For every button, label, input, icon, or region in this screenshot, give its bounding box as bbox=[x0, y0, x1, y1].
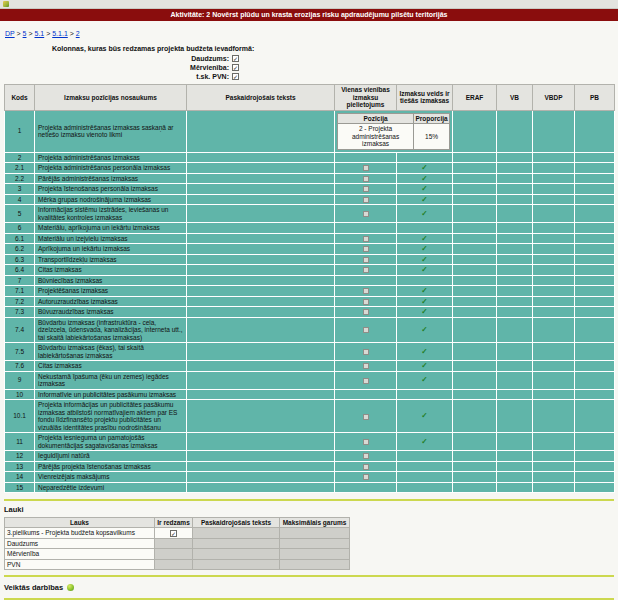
budget-row-explanation bbox=[187, 152, 335, 163]
unit-cost-checkbox[interactable] bbox=[363, 414, 369, 420]
unit-cost-checkbox[interactable] bbox=[363, 327, 369, 333]
budget-row: 14Vienreizējais maksājums bbox=[5, 472, 615, 483]
budget-row: 6.2Aprīkojuma un iekārtu izmaksas✓ bbox=[5, 244, 615, 255]
breadcrumb-link[interactable]: 2 bbox=[76, 30, 80, 37]
budget-row: 9Nekustamā īpašuma (ēku un zemes) iegāde… bbox=[5, 371, 615, 389]
unit-cost-checkbox[interactable] bbox=[363, 236, 369, 242]
budget-row-explanation bbox=[187, 265, 335, 276]
unit-cost-checkbox[interactable] bbox=[363, 349, 369, 355]
column-option-checkbox[interactable] bbox=[232, 64, 239, 71]
breadcrumb-link[interactable]: 5.1 bbox=[34, 30, 44, 37]
budget-row-eraf bbox=[453, 152, 497, 163]
budget-row-eraf bbox=[453, 194, 497, 205]
budget-row-direct-cost-cell: ✓ bbox=[397, 400, 453, 433]
budget-row-code: 9 bbox=[5, 371, 35, 389]
unit-cost-checkbox[interactable] bbox=[363, 186, 369, 192]
unit-cost-checkbox[interactable] bbox=[363, 464, 369, 470]
budget-row-pb bbox=[575, 307, 615, 318]
budget-row-pb bbox=[575, 194, 615, 205]
budget-row-pb bbox=[575, 451, 615, 462]
unit-cost-checkbox[interactable] bbox=[363, 197, 369, 203]
budget-row: 7Būvniecības izmaksas bbox=[5, 275, 615, 286]
budget-row-name: Informācijas sistēmu izstrādes, ieviešan… bbox=[35, 205, 187, 223]
budget-row-vbdp bbox=[533, 223, 575, 234]
unit-cost-checkbox[interactable] bbox=[363, 453, 369, 459]
fields-section-title: Lauki bbox=[4, 505, 614, 514]
column-option-row: Daudzums: bbox=[4, 55, 614, 62]
budget-row-vb bbox=[497, 173, 533, 184]
budget-header-row: Kods Izmaksu pozīcijas nosaukums Paskaid… bbox=[5, 85, 615, 111]
budget-row: 7.6Citas izmaksas✓ bbox=[5, 361, 615, 372]
budget-row-code: 6.1 bbox=[5, 233, 35, 244]
budget-row-eraf bbox=[453, 173, 497, 184]
budget-row-pb bbox=[575, 244, 615, 255]
budget-row-vb bbox=[497, 205, 533, 223]
breadcrumb-link[interactable]: 5 bbox=[23, 30, 27, 37]
budget-row: 1 Projekta administrēšanas izmaksas sask… bbox=[5, 110, 615, 152]
budget-row-unit-cost-cell bbox=[335, 163, 397, 174]
column-option-label: Daudzums: bbox=[4, 55, 232, 62]
column-option-checkbox[interactable] bbox=[232, 55, 239, 62]
budget-row-vbdp bbox=[533, 389, 575, 400]
budget-row-direct-cost-cell: ✓ bbox=[397, 433, 453, 451]
budget-row-vb bbox=[497, 184, 533, 195]
budget-row-eraf bbox=[453, 265, 497, 276]
budget-row-name: Nekustamā īpašuma (ēku un zemes) iegādes… bbox=[35, 371, 187, 389]
budget-row-direct-cost-cell: ✓ bbox=[397, 233, 453, 244]
unit-cost-checkbox[interactable] bbox=[363, 378, 369, 384]
expand-actions-icon[interactable] bbox=[67, 584, 74, 591]
budget-row-explanation bbox=[187, 163, 335, 174]
budget-row-name: Neparedzētie izdevumi bbox=[35, 482, 187, 493]
unit-cost-checkbox[interactable] bbox=[363, 246, 369, 252]
unit-cost-checkbox[interactable] bbox=[363, 299, 369, 305]
unit-cost-checkbox[interactable] bbox=[363, 267, 369, 273]
budget-row-name: Pārējās administrēšanas izmaksas bbox=[35, 173, 187, 184]
unit-cost-checkbox[interactable] bbox=[363, 439, 369, 445]
budget-row-code: 7.4 bbox=[5, 317, 35, 343]
section-divider bbox=[4, 499, 614, 501]
budget-row-code: 7.1 bbox=[5, 286, 35, 297]
budget-row-name: Būvdarbu izmaksas (ēkas), tai skaitā lab… bbox=[35, 343, 187, 361]
budget-row-direct-cost-cell bbox=[397, 275, 453, 286]
column-option-checkbox[interactable] bbox=[232, 73, 239, 80]
budget-row-code: 2 bbox=[5, 152, 35, 163]
budget-row-vbdp bbox=[533, 205, 575, 223]
unit-cost-checkbox[interactable] bbox=[363, 165, 369, 171]
budget-row-vbdp bbox=[533, 173, 575, 184]
budget-row-explanation bbox=[187, 173, 335, 184]
unit-cost-checkbox[interactable] bbox=[363, 176, 369, 182]
budget-row-name: Projekta administrēšanas personāla izmak… bbox=[35, 163, 187, 174]
unit-cost-checkbox[interactable] bbox=[363, 211, 369, 217]
budget-row-vb bbox=[497, 307, 533, 318]
unit-cost-checkbox[interactable] bbox=[363, 288, 369, 294]
budget-row-vb bbox=[497, 400, 533, 433]
proportion-value: 15% bbox=[414, 124, 450, 150]
direct-cost-check-icon: ✓ bbox=[421, 325, 427, 334]
budget-row-unit-cost-cell bbox=[335, 173, 397, 184]
unit-cost-checkbox[interactable] bbox=[363, 257, 369, 263]
budget-row-eraf bbox=[453, 110, 497, 152]
unit-cost-checkbox[interactable] bbox=[363, 309, 369, 315]
budget-row-explanation bbox=[187, 472, 335, 483]
budget-table-body: 1 Projekta administrēšanas izmaksas sask… bbox=[5, 110, 615, 493]
budget-row-code: 2.1 bbox=[5, 163, 35, 174]
budget-table: Kods Izmaksu pozīcijas nosaukums Paskaid… bbox=[4, 84, 615, 493]
budget-row-explanation bbox=[187, 317, 335, 343]
breadcrumb-link[interactable]: DP bbox=[5, 30, 15, 37]
field-row-explanation-cell bbox=[193, 528, 280, 539]
section-divider bbox=[4, 575, 614, 577]
budget-row: 13Pārējās projekta īstenošanas izmaksas bbox=[5, 461, 615, 472]
budget-row-vbdp bbox=[533, 461, 575, 472]
breadcrumb-link[interactable]: 5.1.1 bbox=[52, 30, 68, 37]
app-icon[interactable] bbox=[3, 1, 9, 7]
budget-row: 7.5Būvdarbu izmaksas (ēkas), tai skaitā … bbox=[5, 343, 615, 361]
budget-row: 5Informācijas sistēmu izstrādes, ievieša… bbox=[5, 205, 615, 223]
field-visible-checkbox[interactable] bbox=[170, 530, 177, 537]
budget-row-name: Materiālu un izejvielu izmaksas bbox=[35, 233, 187, 244]
budget-row-vb bbox=[497, 343, 533, 361]
budget-row-unit-cost-cell bbox=[335, 184, 397, 195]
position-value: 2 - Projekta administrēšanas izmaksas bbox=[338, 124, 414, 150]
unit-cost-checkbox[interactable] bbox=[363, 474, 369, 480]
budget-row-vb bbox=[497, 472, 533, 483]
unit-cost-checkbox[interactable] bbox=[363, 363, 369, 369]
